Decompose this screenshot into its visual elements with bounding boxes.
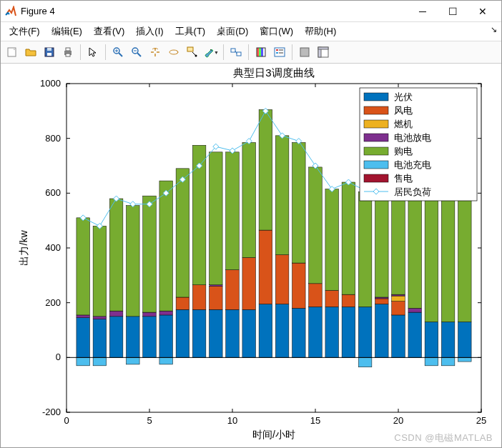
bar-segment[interactable]	[325, 290, 339, 307]
bar-segment[interactable]	[176, 309, 190, 357]
colorbar-button[interactable]	[252, 44, 270, 61]
chart-axes[interactable]: 0510152025-20002004006008001000典型日3调度曲线时…	[1, 64, 501, 447]
bar-segment[interactable]	[392, 296, 405, 302]
new-figure-button[interactable]	[4, 44, 21, 61]
legend-box[interactable]	[360, 88, 477, 201]
bar-segment[interactable]	[275, 304, 289, 358]
bar-segment[interactable]	[325, 307, 339, 357]
menu-edit[interactable]: 编辑(E)	[47, 24, 87, 39]
bar-segment[interactable]	[192, 285, 206, 310]
bar-segment[interactable]	[93, 317, 107, 319]
bar-segment[interactable]	[309, 307, 323, 357]
undock-icon[interactable]: ↘	[491, 25, 497, 34]
bar-segment[interactable]	[127, 317, 140, 358]
bar-segment[interactable]	[93, 226, 107, 317]
menu-window[interactable]: 窗口(W)	[255, 24, 297, 39]
bar-segment[interactable]	[192, 309, 206, 357]
bar-segment[interactable]	[392, 294, 405, 296]
pan-button[interactable]	[147, 44, 164, 61]
maximize-button[interactable]: ☐	[444, 3, 461, 20]
legend-button[interactable]	[271, 44, 288, 61]
bar-segment[interactable]	[109, 317, 123, 358]
bar-segment[interactable]	[275, 255, 289, 304]
pointer-button[interactable]	[84, 44, 102, 61]
save-button[interactable]	[41, 44, 58, 61]
bar-segment[interactable]	[358, 307, 372, 357]
bar-segment[interactable]	[441, 357, 455, 366]
zoom-in-button[interactable]	[109, 44, 127, 61]
bar-segment[interactable]	[392, 302, 405, 315]
bar-segment[interactable]	[159, 357, 173, 364]
hide-plot-tools-button[interactable]	[296, 44, 313, 61]
bar-segment[interactable]	[358, 357, 372, 367]
bar-segment[interactable]	[242, 257, 256, 309]
bar-segment[interactable]	[342, 307, 355, 357]
bar-segment[interactable]	[226, 270, 240, 310]
bar-segment[interactable]	[458, 322, 472, 358]
bar-segment[interactable]	[441, 322, 455, 358]
bar-segment[interactable]	[375, 299, 389, 304]
bar-segment[interactable]	[176, 297, 190, 309]
bar-segment[interactable]	[210, 285, 223, 287]
bar-segment[interactable]	[441, 193, 455, 322]
bar-segment[interactable]	[210, 309, 223, 357]
bar-segment[interactable]	[259, 304, 272, 358]
bar-segment[interactable]	[342, 294, 355, 307]
bar-segment[interactable]	[392, 315, 405, 357]
bar-segment[interactable]	[458, 357, 472, 362]
bar-segment[interactable]	[77, 357, 90, 366]
bar-segment[interactable]	[242, 142, 256, 257]
menu-file[interactable]: 文件(F)	[5, 24, 44, 39]
brush-button[interactable]: ▼	[202, 44, 220, 61]
bar-segment[interactable]	[358, 191, 372, 307]
bar-segment[interactable]	[309, 167, 323, 284]
bar-segment[interactable]	[143, 312, 157, 317]
bar-segment[interactable]	[176, 169, 190, 297]
menu-view[interactable]: 查看(V)	[89, 24, 129, 39]
menu-desktop[interactable]: 桌面(D)	[212, 24, 252, 39]
menu-insert[interactable]: 插入(I)	[132, 24, 167, 39]
bar-segment[interactable]	[259, 109, 272, 230]
bar-segment[interactable]	[408, 182, 422, 308]
bar-segment[interactable]	[77, 318, 90, 358]
bar-segment[interactable]	[159, 315, 173, 357]
bar-segment[interactable]	[210, 287, 223, 310]
bar-segment[interactable]	[226, 309, 240, 357]
bar-segment[interactable]	[342, 182, 355, 294]
show-plot-tools-button[interactable]	[315, 44, 332, 61]
close-button[interactable]: ✕	[474, 3, 491, 20]
bar-segment[interactable]	[425, 357, 438, 366]
rotate-3d-button[interactable]	[165, 44, 182, 61]
bar-segment[interactable]	[143, 317, 157, 358]
bar-segment[interactable]	[210, 152, 223, 285]
bar-segment[interactable]	[275, 136, 289, 255]
bar-segment[interactable]	[292, 142, 306, 263]
bar-segment[interactable]	[127, 206, 140, 317]
bar-segment[interactable]	[127, 357, 140, 364]
data-cursor-button[interactable]	[184, 44, 201, 61]
bar-segment[interactable]	[425, 322, 438, 358]
bar-segment[interactable]	[375, 304, 389, 358]
bar-segment[interactable]	[408, 308, 422, 312]
menu-help[interactable]: 帮助(H)	[300, 24, 340, 39]
bar-segment[interactable]	[242, 309, 256, 357]
bar-segment[interactable]	[159, 311, 173, 315]
minimize-button[interactable]: ─	[414, 3, 431, 20]
bar-segment[interactable]	[309, 284, 323, 307]
bar-segment[interactable]	[159, 181, 173, 311]
bar-segment[interactable]	[109, 199, 123, 311]
open-button[interactable]	[22, 44, 39, 61]
bar-segment[interactable]	[325, 189, 339, 291]
bar-segment[interactable]	[143, 196, 157, 312]
bar-segment[interactable]	[425, 188, 438, 322]
bar-segment[interactable]	[226, 152, 240, 270]
bar-segment[interactable]	[77, 315, 90, 318]
bar-segment[interactable]	[77, 218, 90, 315]
bar-segment[interactable]	[93, 357, 107, 366]
print-button[interactable]	[59, 44, 77, 61]
zoom-out-button[interactable]	[128, 44, 145, 61]
bar-segment[interactable]	[292, 263, 306, 308]
bar-segment[interactable]	[109, 311, 123, 317]
bar-segment[interactable]	[292, 308, 306, 357]
link-button[interactable]	[227, 44, 245, 61]
